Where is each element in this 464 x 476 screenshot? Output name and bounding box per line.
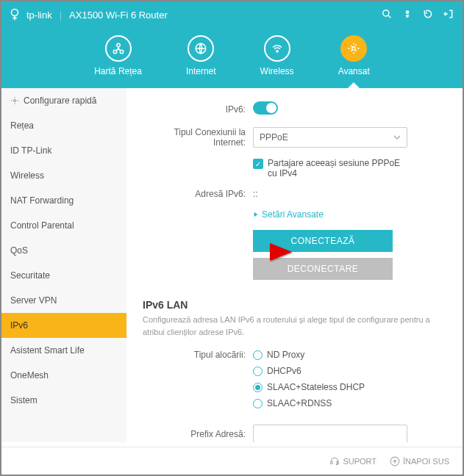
sidebar-item-label: Asistent Smart Life (10, 345, 85, 356)
radio-dhcpv6[interactable]: DHCPv6 (253, 366, 446, 376)
globe-icon (188, 35, 214, 62)
tplink-logo-icon (10, 8, 24, 21)
radio-label: SLAAC+RDNSS (267, 398, 332, 408)
gear-icon (10, 96, 19, 105)
sidebar-item-label: QoS (10, 245, 28, 256)
prefix-input[interactable] (253, 425, 407, 442)
sidebar-item-label: Sistem (10, 395, 38, 405)
sidebar: Configurare rapidă Rețea ID TP-Link Wire… (1, 88, 126, 442)
svg-rect-11 (337, 461, 338, 464)
tab-label: Hartă Rețea (94, 66, 142, 76)
logo: tp-link (10, 8, 52, 21)
share-label: Partajare aceeași sesiune PPPoE cu IPv4 (268, 158, 407, 178)
sidebar-item-label: Rețea (10, 120, 34, 131)
adv-link-text: Setări Avansate (262, 209, 324, 220)
prefix-label: Prefix Adresă: (143, 429, 253, 439)
ipv6-addr-label: Adresă IPv6: (143, 189, 253, 199)
headset-icon (329, 456, 340, 466)
sidebar-item-wireless[interactable]: Wireless (1, 163, 126, 188)
sidebar-item-parental[interactable]: Control Parental (1, 213, 126, 238)
svg-rect-10 (331, 461, 332, 464)
sidebar-item-label: NAT Forwarding (10, 195, 74, 206)
radio-icon (253, 383, 263, 392)
sidebar-item-onemesh[interactable]: OneMesh (1, 363, 126, 388)
radio-label: SLAAC+Stateless DHCP (267, 382, 365, 392)
svg-point-0 (12, 10, 18, 16)
product-name: AX1500 Wi-Fi 6 Router (69, 10, 168, 21)
sidebar-item-quick-setup[interactable]: Configurare rapidă (1, 88, 126, 113)
header-divider: | (60, 10, 62, 21)
disconnect-button-label: DECONECTARE (288, 264, 359, 274)
tab-wireless[interactable]: Wireless (260, 35, 294, 76)
tab-internet[interactable]: Internet (186, 35, 216, 76)
tab-label: Internet (186, 66, 216, 76)
brand-text: tp-link (26, 10, 52, 21)
svg-point-7 (276, 51, 277, 52)
conn-type-select[interactable]: PPPoE (253, 127, 407, 148)
ipv6-toggle[interactable] (253, 101, 278, 115)
radio-icon (253, 399, 263, 408)
back-top-label: ÎNAPOI SUS (403, 457, 449, 466)
support-label: SUPORT (343, 457, 376, 466)
sidebar-item-label: ID TP-Link (10, 145, 51, 156)
support-button[interactable]: SUPORT (329, 456, 376, 466)
connect-button[interactable]: CONECTEAZĂ (253, 230, 393, 252)
radio-slaac-rdnss[interactable]: SLAAC+RDNSS (253, 398, 446, 408)
sidebar-item-label: Securitate (10, 270, 50, 281)
header-actions (382, 9, 454, 21)
sidebar-item-network[interactable]: Rețea (1, 113, 126, 138)
sidebar-item-nat[interactable]: NAT Forwarding (1, 188, 126, 213)
radio-label: DHCPv6 (267, 366, 301, 376)
gear-icon (340, 35, 367, 62)
footer: SUPORT ÎNAPOI SUS (1, 447, 463, 475)
header: tp-link | AX1500 Wi-Fi 6 Router (1, 1, 463, 28)
ipv6-label: IPv6: (143, 104, 253, 115)
tab-network-map[interactable]: Hartă Rețea (94, 35, 142, 76)
reboot-icon[interactable] (423, 9, 433, 21)
advanced-settings-link[interactable]: Setări Avansate (253, 209, 446, 220)
connect-button-label: CONECTEAZĂ (290, 236, 354, 246)
sidebar-item-label: IPv6 (10, 320, 28, 331)
logout-icon[interactable] (443, 9, 454, 21)
header-left: tp-link | AX1500 Wi-Fi 6 Router (10, 8, 168, 21)
ipv6-lan-desc: Configurează adresa LAN IPv6 a routerulu… (143, 314, 446, 338)
checkbox-icon: ✓ (253, 159, 263, 169)
sidebar-item-tplink-id[interactable]: ID TP-Link (1, 138, 126, 163)
svg-point-2 (406, 10, 410, 14)
alloc-type-label: Tipul alocării: (143, 350, 253, 360)
sidebar-item-qos[interactable]: QoS (1, 238, 126, 263)
sidebar-item-label: Server VPN (10, 295, 57, 306)
triangle-right-icon (253, 212, 259, 217)
radio-slaac-stateless[interactable]: SLAAC+Stateless DHCP (253, 382, 446, 392)
search-icon[interactable] (382, 9, 392, 21)
svg-point-1 (383, 10, 389, 15)
ipv6-addr-value: :: (253, 189, 446, 199)
sidebar-item-vpn[interactable]: Server VPN (1, 288, 126, 313)
svg-point-3 (116, 43, 120, 47)
sidebar-item-label: Configurare rapidă (24, 95, 96, 106)
tab-label: Avansat (338, 66, 370, 76)
sidebar-item-security[interactable]: Securitate (1, 263, 126, 288)
svg-point-8 (352, 47, 356, 51)
content: IPv6: Tipul Conexiunii la Internet: PPPo… (126, 88, 463, 442)
tab-advanced[interactable]: Avansat (338, 35, 370, 76)
wifi-icon (264, 35, 290, 62)
sidebar-item-label: OneMesh (10, 370, 49, 381)
share-session-checkbox[interactable]: ✓ Partajare aceeași sesiune PPPoE cu IPv… (253, 158, 446, 178)
ipv6-lan-title: IPv6 LAN (143, 299, 446, 311)
radio-icon (253, 350, 263, 360)
sidebar-item-label: Control Parental (10, 220, 74, 231)
sidebar-item-smart-life[interactable]: Asistent Smart Life (1, 338, 126, 363)
sidebar-item-ipv6[interactable]: IPv6 (1, 313, 126, 338)
svg-point-9 (14, 100, 16, 102)
disconnect-button[interactable]: DECONECTARE (253, 258, 393, 280)
arrow-up-circle-icon (390, 456, 400, 466)
sidebar-item-system[interactable]: Sistem (1, 388, 126, 413)
conn-type-value: PPPoE (260, 132, 288, 143)
network-map-icon (105, 35, 132, 62)
radio-nd-proxy[interactable]: ND Proxy (253, 350, 446, 360)
radio-label: ND Proxy (267, 350, 304, 360)
main-tabs: Hartă Rețea Internet Wireless Avansat (1, 28, 463, 88)
back-to-top-button[interactable]: ÎNAPOI SUS (390, 456, 449, 466)
led-icon[interactable] (402, 9, 413, 21)
